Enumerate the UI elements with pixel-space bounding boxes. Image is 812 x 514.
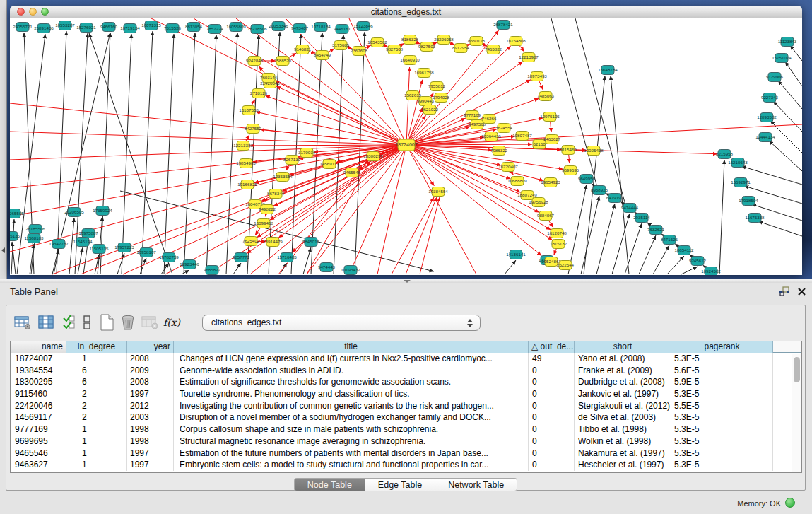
network-node[interactable]: 8427552 bbox=[245, 124, 262, 134]
network-node[interactable]: 9777169 bbox=[464, 111, 481, 120]
table-row[interactable]: 1872400712008Changes of HCN gene express… bbox=[11, 353, 801, 365]
network-node[interactable]: 7986322 bbox=[490, 146, 508, 156]
network-node[interactable]: 8471626 bbox=[661, 235, 678, 245]
network-node[interactable]: 15751074 bbox=[772, 54, 792, 63]
tab-network-table[interactable]: Network Table bbox=[435, 478, 517, 491]
memory-status-indicator-icon[interactable] bbox=[785, 498, 795, 508]
network-node[interactable]: 10654112 bbox=[674, 246, 694, 255]
network-node[interactable]: 9794028 bbox=[433, 93, 450, 103]
table-row[interactable]: 1456911722003Disruption of a novel membe… bbox=[11, 411, 801, 424]
network-node[interactable]: 16055809 bbox=[226, 23, 246, 32]
network-node[interactable]: 8660128 bbox=[468, 37, 486, 46]
network-node[interactable]: 10718134 bbox=[311, 23, 331, 32]
network-node[interactable]: 10553287 bbox=[55, 21, 75, 30]
network-node[interactable]: 9474444 bbox=[621, 204, 639, 213]
rows-icon[interactable] bbox=[81, 313, 93, 332]
network-node[interactable]: 20265505 bbox=[10, 209, 24, 218]
network-node[interactable]: 19756928 bbox=[529, 198, 548, 207]
table-row[interactable]: 1830029562008Estimation of significance … bbox=[11, 376, 801, 388]
network-node[interactable]: 11123843 bbox=[778, 37, 797, 47]
network-node[interactable]: 12444134 bbox=[755, 133, 775, 142]
column-header-year[interactable]: year bbox=[127, 341, 174, 353]
network-node[interactable]: 24055721 bbox=[13, 23, 33, 32]
network-node[interactable]: 20053346 bbox=[269, 22, 288, 31]
column-header-name[interactable]: name bbox=[11, 341, 66, 353]
table-row[interactable]: 946554611997Estimation of the future num… bbox=[11, 448, 801, 460]
network-node[interactable]: 20364436 bbox=[481, 132, 501, 141]
table-row[interactable]: 977716911998Corpus callosum shape and si… bbox=[11, 424, 801, 436]
network-node[interactable]: 26878421 bbox=[493, 21, 513, 30]
network-node[interactable]: 10975887 bbox=[78, 229, 98, 238]
network-node[interactable]: 12213987 bbox=[519, 53, 539, 62]
network-node[interactable]: 16720407 bbox=[498, 163, 518, 172]
new-table-icon[interactable] bbox=[98, 313, 116, 332]
network-node[interactable]: 3175685 bbox=[332, 41, 350, 50]
network-node[interactable]: 26185506 bbox=[25, 225, 45, 234]
table-row[interactable]: 2242004622012Investigating the contribut… bbox=[11, 400, 801, 412]
network-node[interactable]: 9857771 bbox=[233, 253, 250, 262]
network-node[interactable]: 16210643 bbox=[728, 158, 748, 168]
network-node[interactable]: 7632621 bbox=[647, 226, 665, 235]
network-node[interactable]: 2588520 bbox=[274, 57, 292, 66]
network-node[interactable]: 10924502 bbox=[701, 267, 721, 276]
network-node[interactable]: 7625402 bbox=[242, 237, 260, 246]
network-node[interactable]: 20206505 bbox=[64, 208, 84, 217]
network-node[interactable]: 9649956 bbox=[578, 175, 596, 184]
column-header-title[interactable]: title bbox=[174, 341, 529, 353]
collapsed-control-panel-strip[interactable] bbox=[0, 0, 7, 279]
network-node[interactable]: 17359924 bbox=[93, 206, 112, 216]
network-node[interactable]: 9466160 bbox=[100, 23, 118, 32]
network-node[interactable]: 7485063 bbox=[537, 92, 555, 101]
network-node[interactable]: 16782759 bbox=[159, 253, 179, 262]
network-node[interactable]: 14136141 bbox=[506, 250, 526, 259]
network-node[interactable]: 2718126 bbox=[250, 89, 268, 98]
network-node[interactable]: 7515526 bbox=[164, 24, 182, 33]
network-node[interactable]: 19384554 bbox=[428, 187, 448, 197]
network-node[interactable]: 17918504 bbox=[739, 197, 758, 206]
network-node[interactable]: 9621022 bbox=[421, 105, 439, 115]
column-visibility-icon[interactable] bbox=[37, 313, 57, 332]
network-node[interactable]: 2935114 bbox=[633, 214, 650, 223]
column-header-out_de[interactable]: △ out_de... bbox=[529, 341, 575, 353]
network-node[interactable]: 9827508 bbox=[386, 45, 404, 54]
network-node[interactable]: 12923446 bbox=[180, 260, 199, 269]
network-node[interactable]: 10958107 bbox=[136, 248, 156, 257]
network-node[interactable]: 16107553 bbox=[239, 106, 259, 115]
network-node[interactable]: 9146821 bbox=[294, 45, 312, 54]
network-node[interactable]: 8938923 bbox=[591, 186, 608, 195]
network-node[interactable]: 18724007 bbox=[395, 139, 417, 151]
table-selector-dropdown[interactable]: citations_edges.txt bbox=[202, 315, 481, 331]
network-node[interactable]: 9227343 bbox=[761, 93, 779, 103]
network-node[interactable]: 746266 bbox=[482, 115, 497, 124]
network-node[interactable]: 2367608 bbox=[351, 47, 368, 56]
network-node[interactable]: 9827503 bbox=[418, 42, 436, 52]
network-node[interactable]: 8912954 bbox=[452, 44, 470, 53]
network-node[interactable]: 19342737 bbox=[49, 240, 69, 249]
network-node[interactable]: 16914479 bbox=[263, 238, 283, 247]
tab-edge-table[interactable]: Edge Table bbox=[365, 478, 435, 491]
network-node[interactable]: 15218506 bbox=[247, 25, 267, 34]
network-node[interactable]: 26891436 bbox=[34, 24, 54, 33]
network-node[interactable]: 7465822 bbox=[485, 45, 502, 54]
network-node[interactable]: 9498222 bbox=[259, 205, 276, 214]
row-selection-icon[interactable] bbox=[61, 313, 78, 332]
network-node[interactable]: 8813054 bbox=[185, 23, 203, 32]
network-node[interactable]: 9884067 bbox=[537, 211, 555, 221]
network-node[interactable]: 9242848 bbox=[246, 57, 264, 66]
network-node[interactable]: 19854985 bbox=[236, 159, 256, 168]
table-row[interactable]: 1938455462009Genome-wide association stu… bbox=[11, 365, 801, 377]
network-node[interactable]: 15716485 bbox=[277, 253, 297, 262]
network-node[interactable]: 2522544 bbox=[557, 261, 575, 270]
table-row[interactable]: 969969511998Structural magnetic resonanc… bbox=[11, 436, 801, 448]
network-node[interactable]: 16154808 bbox=[506, 37, 526, 46]
network-node[interactable]: 12975105 bbox=[540, 112, 560, 122]
network-node[interactable]: 9446161 bbox=[334, 25, 351, 34]
network-node[interactable]: 9845012 bbox=[302, 238, 320, 247]
network-graph[interactable]: 2405572126891436105532871527602194661601… bbox=[10, 18, 802, 275]
column-header-short[interactable]: short bbox=[575, 341, 671, 353]
column-header-pagerank[interactable]: pagerank bbox=[671, 341, 773, 353]
network-node[interactable]: 16961758 bbox=[414, 69, 434, 78]
function-builder-icon[interactable]: f(x) bbox=[163, 313, 181, 332]
network-node[interactable]: 7603144 bbox=[260, 74, 278, 83]
network-node[interactable]: 10193432 bbox=[341, 266, 360, 275]
